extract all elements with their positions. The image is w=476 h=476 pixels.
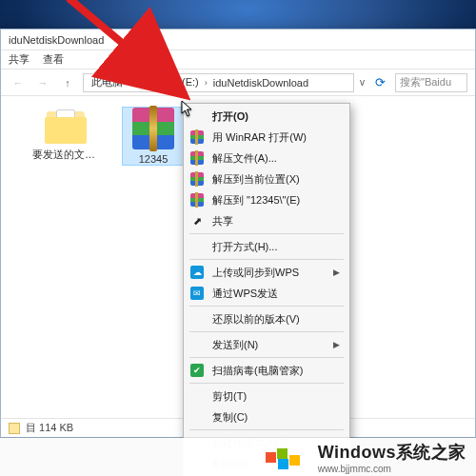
file-label: 要发送的文件夹	[32, 148, 99, 162]
ctx-upload-wps[interactable]: ☁上传或同步到WPS▶	[184, 262, 349, 283]
breadcrumb-dropdown[interactable]: v	[360, 77, 365, 88]
rar-icon	[190, 130, 204, 144]
status-thumbnail-icon	[9, 423, 20, 434]
nav-forward-button[interactable]: →	[33, 73, 52, 92]
ctx-send-wps[interactable]: ✉通过WPS发送	[184, 283, 349, 304]
chevron-right-icon: ▶	[333, 268, 340, 277]
chevron-right-icon: ▶	[333, 340, 340, 349]
ctx-open-winrar[interactable]: 用 WinRAR 打开(W)	[184, 127, 349, 148]
menu-share[interactable]: 共享	[9, 52, 30, 67]
brand-url: www.bjjmmc.com	[318, 464, 466, 474]
context-menu: 打开(O) 用 WinRAR 打开(W) 解压文件(A)... 解压到当前位置(…	[183, 103, 350, 476]
brand-text: Windows系统之家	[318, 441, 466, 464]
send-icon: ✉	[190, 287, 204, 300]
file-item-folder[interactable]: W 要发送的文件夹	[35, 108, 96, 165]
ctx-restore-prev[interactable]: 还原以前的版本(V)	[184, 308, 349, 329]
file-item-archive[interactable]: 12345	[123, 108, 184, 165]
search-placeholder: 搜索"Baidu	[400, 75, 451, 89]
cloud-upload-icon: ☁	[190, 266, 204, 279]
menubar: 共享 查看	[1, 50, 475, 69]
shield-icon: ✔	[190, 364, 204, 377]
rar-icon	[190, 172, 204, 186]
chevron-right-icon: ›	[205, 78, 208, 88]
ctx-extract-files[interactable]: 解压文件(A)...	[184, 148, 349, 169]
ctx-open-with[interactable]: 打开方式(H)...	[184, 236, 349, 257]
nav-back-button[interactable]: ←	[9, 73, 28, 92]
breadcrumb-root[interactable]: 此电脑	[88, 75, 127, 89]
rar-icon	[190, 151, 204, 165]
toolbar: ← → ↑ 此电脑 › 本地磁盘 (E:) › iduNetdiskDownlo…	[1, 69, 475, 96]
ctx-share[interactable]: ⬈共享	[184, 210, 349, 231]
breadcrumb-folder[interactable]: iduNetdiskDownload	[209, 77, 312, 89]
rar-icon	[190, 193, 204, 207]
share-icon: ⬈	[189, 213, 205, 228]
ctx-copy[interactable]: 复制(C)	[184, 407, 349, 427]
window-title: iduNetdiskDownload	[9, 34, 104, 46]
ctx-extract-to[interactable]: 解压到 "12345\"(E)	[184, 189, 349, 210]
ctx-extract-here[interactable]: 解压到当前位置(X)	[184, 169, 349, 189]
menu-view[interactable]: 查看	[43, 52, 64, 67]
watermark-footer: Windows系统之家 www.bjjmmc.com	[0, 438, 476, 476]
search-input[interactable]: 搜索"Baidu	[395, 73, 467, 92]
ctx-send-to[interactable]: 发送到(N)▶	[184, 334, 349, 355]
status-text: 目 114 KB	[26, 421, 73, 435]
file-label: 12345	[120, 153, 187, 165]
ctx-open[interactable]: 打开(O)	[184, 106, 349, 127]
chevron-right-icon: ›	[129, 78, 131, 88]
refresh-button[interactable]: ⟳	[370, 75, 389, 89]
breadcrumb[interactable]: 此电脑 › 本地磁盘 (E:) › iduNetdiskDownload	[83, 73, 354, 92]
windows-logo-icon	[266, 452, 310, 463]
window-titlebar: iduNetdiskDownload	[1, 30, 475, 50]
folder-icon: W	[45, 108, 87, 144]
ctx-cut[interactable]: 剪切(T)	[184, 386, 349, 407]
breadcrumb-drive[interactable]: 本地磁盘 (E:)	[133, 75, 203, 89]
nav-up-button[interactable]: ↑	[58, 73, 77, 92]
ctx-scan-virus[interactable]: ✔扫描病毒(电脑管家)	[184, 360, 349, 381]
rar-archive-icon	[132, 108, 174, 149]
